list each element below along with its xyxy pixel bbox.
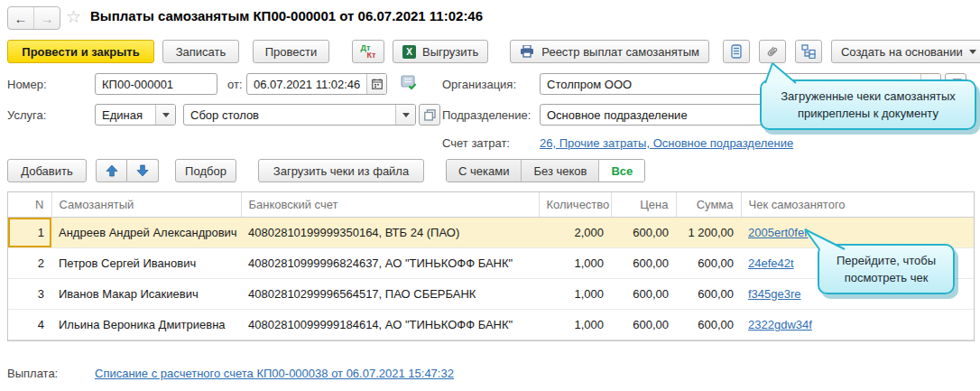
date-field[interactable]: 06.07.2021 11:02:46 — [246, 73, 387, 95]
cost-account-label: Счет затрат: — [442, 136, 510, 150]
filter-without-receipts[interactable]: Без чеков — [522, 160, 599, 182]
hierarchy-icon — [801, 44, 816, 59]
attachments-button[interactable] — [759, 40, 786, 63]
arrow-up-icon — [106, 164, 118, 177]
dtkt-button[interactable]: Дт Кт — [352, 40, 384, 63]
receipt-tooltip-text: Перейдите, чтобы посмотреть чек — [837, 254, 936, 284]
receipt-link[interactable]: 2005ert0fer — [748, 226, 809, 239]
cell-price[interactable]: 600,00 — [611, 279, 676, 310]
related-documents-button[interactable] — [723, 40, 750, 63]
main-toolbar: Провести и закрыть Записать Провести Дт … — [7, 40, 980, 63]
create-based-on-button[interactable]: Создать на основании — [831, 40, 980, 63]
cell-qty[interactable]: 2,000 — [539, 218, 611, 248]
table-row[interactable]: 4 Ильина Вероника Дмитриевна 40802810099… — [8, 310, 974, 340]
service-label: Услуга: — [7, 108, 46, 122]
column-header-account[interactable]: Банковский счет — [241, 192, 539, 218]
favorite-star-icon[interactable]: ☆ — [66, 6, 81, 27]
callout-pointer — [763, 63, 809, 83]
payment-label: Выплата: — [7, 367, 58, 380]
attachments-tooltip-text: Загруженные чеки самозанятых прикреплены… — [781, 89, 956, 120]
cell-n[interactable]: 3 — [8, 279, 51, 310]
history-nav: ← → — [7, 6, 60, 30]
cell-qty[interactable]: 1,000 — [539, 279, 611, 310]
structure-button[interactable] — [795, 40, 822, 63]
department-label: Подразделение: — [442, 108, 531, 122]
cell-bank-account[interactable]: 40802810099999184614, АО "ТИНЬКОФФ БАНК" — [241, 310, 539, 340]
forward-button[interactable]: → — [34, 7, 60, 29]
cell-bank-account[interactable]: 40802810199999350164, ВТБ 24 (ПАО) — [241, 218, 539, 248]
open-form-icon — [424, 109, 436, 121]
cell-qty[interactable]: 1,000 — [539, 248, 611, 279]
service-mode-dropdown-button[interactable] — [155, 105, 175, 125]
printer-icon — [520, 45, 534, 58]
paperclip-icon — [765, 44, 780, 59]
move-up-button[interactable] — [96, 159, 127, 182]
cost-account-link[interactable]: 26, Прочие затраты, Основное подразделен… — [540, 136, 793, 150]
receipt-tooltip: Перейдите, чтобы посмотреть чек — [818, 244, 955, 294]
post-button[interactable]: Провести — [253, 40, 329, 63]
receipts-filter: С чеками Без чеков Все — [446, 159, 645, 182]
callout-pointer — [805, 229, 846, 249]
payment-document-link[interactable]: Списание с расчетного счета КП00-000038 … — [95, 367, 454, 380]
receipt-link[interactable]: 2322gdw34f — [748, 318, 812, 331]
cell-sum[interactable]: 1 200,00 — [676, 218, 741, 248]
table-command-bar: Добавить Подбор Загрузить чеки из файла … — [7, 159, 645, 182]
service-combo[interactable]: Сбор столов — [183, 104, 416, 126]
chevron-down-icon — [162, 113, 170, 117]
date-label: от: — [227, 78, 243, 91]
cell-sum[interactable]: 600,00 — [676, 279, 741, 310]
cell-sum[interactable]: 600,00 — [676, 310, 741, 340]
organization-label: Организация: — [442, 78, 516, 91]
move-down-button[interactable] — [127, 159, 159, 182]
attachments-tooltip: Загруженные чеки самозанятых прикреплены… — [760, 79, 976, 130]
cell-price[interactable]: 600,00 — [611, 248, 676, 279]
chevron-down-icon — [969, 50, 976, 54]
filter-all[interactable]: Все — [599, 160, 644, 182]
filter-with-receipts[interactable]: С чеками — [447, 160, 522, 182]
post-and-close-button[interactable]: Провести и закрыть — [7, 40, 154, 63]
chevron-down-icon — [402, 113, 410, 117]
cell-n[interactable]: 2 — [8, 248, 51, 279]
register-list-icon — [730, 44, 743, 59]
back-button[interactable]: ← — [8, 7, 34, 29]
cell-sum[interactable]: 600,00 — [676, 248, 741, 279]
number-label: Номер: — [7, 78, 47, 91]
number-field[interactable]: КП00-000001 — [95, 73, 217, 95]
column-header-receipt[interactable]: Чек самозанятого — [741, 192, 974, 218]
cell-name[interactable]: Ильина Вероника Дмитриевна — [51, 310, 241, 340]
cell-bank-account[interactable]: 40802810299996564517, ПАО СБЕРБАНК — [241, 279, 539, 310]
column-header-name[interactable]: Самозанятый — [51, 192, 241, 218]
pick-button[interactable]: Подбор — [175, 159, 236, 182]
excel-icon: X — [402, 45, 416, 59]
save-button[interactable]: Записать — [162, 40, 239, 63]
cell-qty[interactable]: 1,000 — [539, 310, 611, 340]
cell-name[interactable]: Иванов Макар Исакиевич — [51, 279, 241, 310]
cell-n[interactable]: 1 — [8, 218, 51, 248]
column-header-sum[interactable]: Сумма — [676, 192, 741, 218]
cell-price[interactable]: 600,00 — [611, 310, 676, 340]
table-header-row: N Самозанятый Банковский счет Количество… — [8, 192, 974, 218]
cell-name[interactable]: Андреев Андрей Александрович — [51, 218, 241, 248]
document-posted-icon — [401, 75, 417, 90]
service-open-button[interactable] — [419, 104, 440, 126]
column-header-price[interactable]: Цена — [611, 192, 676, 218]
cell-n[interactable]: 4 — [8, 310, 51, 340]
service-mode-combo[interactable]: Единая — [95, 104, 176, 126]
service-dropdown-button[interactable] — [395, 105, 415, 125]
receipt-link[interactable]: f345ge3re — [748, 287, 801, 301]
load-receipts-button[interactable]: Загрузить чеки из файла — [258, 159, 424, 182]
column-header-qty[interactable]: Количество — [539, 192, 611, 218]
registry-print-button[interactable]: Реестр выплат самозанятым — [510, 40, 709, 63]
cell-price[interactable]: 600,00 — [611, 218, 676, 248]
page-title: Выплаты самозанятым КП00-000001 от 06.07… — [90, 8, 483, 23]
export-button[interactable]: X Выгрузить — [393, 40, 488, 63]
arrow-down-icon — [136, 164, 149, 177]
cell-name[interactable]: Петров Сергей Иванович — [51, 248, 241, 279]
add-row-button[interactable]: Добавить — [7, 159, 87, 182]
calendar-icon — [372, 79, 383, 89]
dtkt-icon: Дт Кт — [361, 44, 376, 59]
column-header-n[interactable]: N — [8, 192, 51, 218]
calendar-button[interactable] — [366, 74, 386, 94]
receipt-link[interactable]: 24efe42t — [748, 256, 794, 270]
cell-bank-account[interactable]: 40802810999996824637, АО "ТИНЬКОФФ БАНК" — [241, 248, 539, 279]
